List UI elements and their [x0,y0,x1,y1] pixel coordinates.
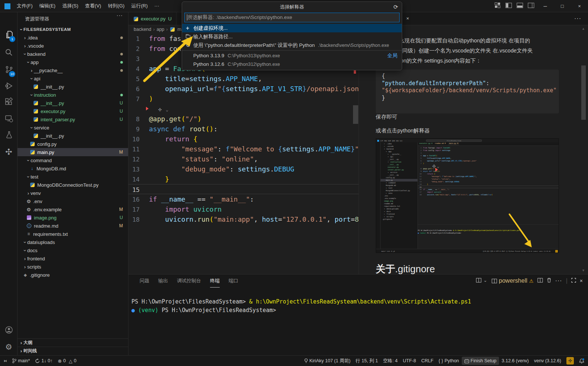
menu-运行(R)[interactable]: 运行(R) [128,0,151,12]
problems-indicator[interactable]: ⊗0 △0 [55,357,79,365]
tree-item-frontend[interactable]: ›frontend [18,254,128,263]
tree-item-__init__.py[interactable]: __init__.py [381,174,417,176]
panel-tab-终端[interactable]: 终端 [210,274,220,288]
maximize-button[interactable]: □ [554,0,571,12]
tree-item-config.py[interactable]: config.py [18,140,128,148]
menu-查看(V)[interactable]: 查看(V) [82,0,104,12]
panel-tab-调试控制台[interactable]: 调试控制台 [177,274,201,287]
tree-item-.env[interactable]: ⚙.env [18,197,128,205]
tree-item-__init__.py[interactable]: __init__.py [381,158,417,161]
tree-item-MongoDB.md[interactable]: ↓MongoDB.md [18,164,128,173]
tree-item-.gitignore[interactable]: .gitignore [381,218,417,221]
tree-item-api[interactable]: ›api [381,155,417,158]
tree-item-app[interactable]: ›app [18,58,128,66]
panel-tab-问题[interactable]: 问题 [140,274,149,287]
tree-item-.idea[interactable]: ›.idea [381,142,417,145]
tab-executor-py[interactable]: executor.py U [128,12,177,25]
menu-转到(G)[interactable]: 转到(G) [105,0,128,12]
panel-tab-端口[interactable]: 端口 [229,274,238,287]
ai-codelens-icon[interactable]: ✣ [158,106,162,113]
tree-item-service[interactable]: ›service [381,171,417,174]
git-sync[interactable]: 1↓ 0↑ [32,357,55,365]
encoding[interactable]: UTF-8 [400,357,419,365]
workspace-section-header[interactable]: › FILESREADSYSTEAM [18,25,128,33]
maximize-panel-icon[interactable] [571,277,576,284]
tree-item-executor.py[interactable]: executor.pyU [18,107,128,115]
settings-gear-icon[interactable]: ⚙ [0,340,18,354]
customize-layout-icon[interactable] [492,2,503,10]
tree-item-__init__.py[interactable]: __init__.py [381,163,417,166]
cursor-position[interactable]: 行 15, 列 1 [353,357,381,365]
tree-item-docs[interactable]: ›docs [381,210,417,213]
quickpick-item-使用 \"python.defaultInterpreterPath\" 设置中的 Python[interactable]: ⚙使用 \"python.defaultInterpreterPath\" 设置… [182,41,402,49]
panel-more-icon[interactable]: ··· [555,277,562,284]
tree-item-service[interactable]: ›service [18,123,128,132]
indentation[interactable]: 空格: 4 [381,357,400,365]
blame-info[interactable]: KiriAky 107 (1 周前) [302,357,353,365]
preview-scrollbar[interactable] [581,65,586,120]
tree-item-image.png[interactable]: image.png [381,200,417,202]
interpreter-search-input[interactable]: 所选解释器: .\backend\venv\Scripts\python.exe [184,13,400,22]
tree-item-executor.py[interactable]: executor.py [381,166,417,168]
toggle-sidebar-icon[interactable] [503,3,514,10]
close-panel-icon[interactable]: × [580,278,583,284]
tree-item-scripts[interactable]: ›scripts [381,215,417,218]
venv-indicator[interactable]: venv (3.12.6) [531,357,564,365]
python-interpreter[interactable]: 3.12.6 (venv) [499,357,531,365]
extension-gold-icon[interactable]: ✣ [564,357,576,365]
tree-item-__init__.py[interactable]: __init__.py [18,132,128,140]
split-icon[interactable] [537,277,543,284]
tree-item-test[interactable]: ›test [18,173,128,181]
global-tag[interactable]: 全局 [387,52,397,59]
tree-item-.idea[interactable]: ›.idea [18,33,128,42]
menu-文件(F)[interactable]: 文件(F) [13,0,36,12]
tree-item-test[interactable]: ›test [381,187,417,189]
tree-item-command[interactable]: ›command [18,156,128,164]
scroll-up-icon[interactable]: ▲ [582,27,585,30]
refresh-icon[interactable]: ⟳ [393,2,398,12]
tree-item-.env[interactable]: .env [381,195,417,197]
split-terminal-dropdown-icon[interactable]: › [476,277,487,284]
source-control-icon[interactable]: 10 [0,62,18,77]
outline-section[interactable]: › 大纲 [18,338,128,347]
tree-item-backend[interactable]: ›backend [18,50,128,58]
tree-item-instruction[interactable]: ›instruction [18,91,128,99]
explorer-icon[interactable]: 1 [0,27,18,42]
menu-选择(S)[interactable]: 选择(S) [59,0,82,12]
tree-item-__init__.py[interactable]: __init__.py [18,83,128,91]
menu-编辑(E)[interactable]: 编辑(E) [36,0,59,12]
git-branch[interactable]: main* [9,357,32,365]
tree-item-MongoDBConnectionTest.py[interactable]: MongoDBConnectionTest.py [18,181,128,189]
breadcrumb-item[interactable]: app [156,27,164,32]
timeline-section[interactable]: › 时间线 [18,347,128,355]
eol[interactable]: CRLF [419,357,436,365]
tree-item-frontend[interactable]: ›frontend [381,213,417,215]
tree-item-.gitignore[interactable]: ◆.gitignore [18,271,128,279]
explorer-more-actions-icon[interactable]: ··· [117,12,123,18]
quickpick-item-Python 3.13.9[interactable]: Python 3.13.9C:\Python313\python.exe全局 [182,51,402,60]
tree-item-.vscode[interactable]: ›.vscode [18,42,128,50]
toggle-panel-icon[interactable] [514,3,525,10]
tree-item-scripts[interactable]: ›scripts [18,263,128,271]
extensions-icon[interactable] [0,95,18,110]
tree-item-instruction[interactable]: ›instruction [381,161,417,163]
remote-indicator[interactable]: ›‹ [0,357,9,365]
terminal[interactable]: PS H:\OwnProject\FilesReadSysteam> & h:\… [128,287,588,315]
tree-item-.env.example[interactable]: .env.example [381,197,417,200]
tab-close-icon[interactable]: × [406,16,409,21]
search-icon[interactable] [0,45,18,60]
tree-item-main.py[interactable]: main.pyM [18,148,128,156]
tree-item-image.png[interactable]: image.pngU [18,214,128,222]
toggle-secondary-sidebar-icon[interactable] [525,3,537,10]
breadcrumb-item[interactable]: backend [134,27,151,32]
tree-item-__pycache__[interactable]: ›__pycache__ [18,66,128,74]
terminal-instance[interactable]: powershell ⚠ [492,277,534,284]
tree-item-docs[interactable]: ›docs [18,246,128,254]
tree-item-intent_parser.py[interactable]: intent_parser.pyU [18,115,128,123]
quickpick-item-输入解释器路径...[interactable]: 输入解释器路径... [182,32,402,41]
scroll-down-icon[interactable]: ▼ [582,269,585,272]
tree-item-.env.example[interactable]: ⚙.env.exampleM [18,205,128,214]
tree-item-intent_parser.py[interactable]: intent_parser.py [381,168,417,171]
testing-icon[interactable] [0,128,18,142]
editor-actions-more-icon[interactable]: ··· [574,15,581,22]
